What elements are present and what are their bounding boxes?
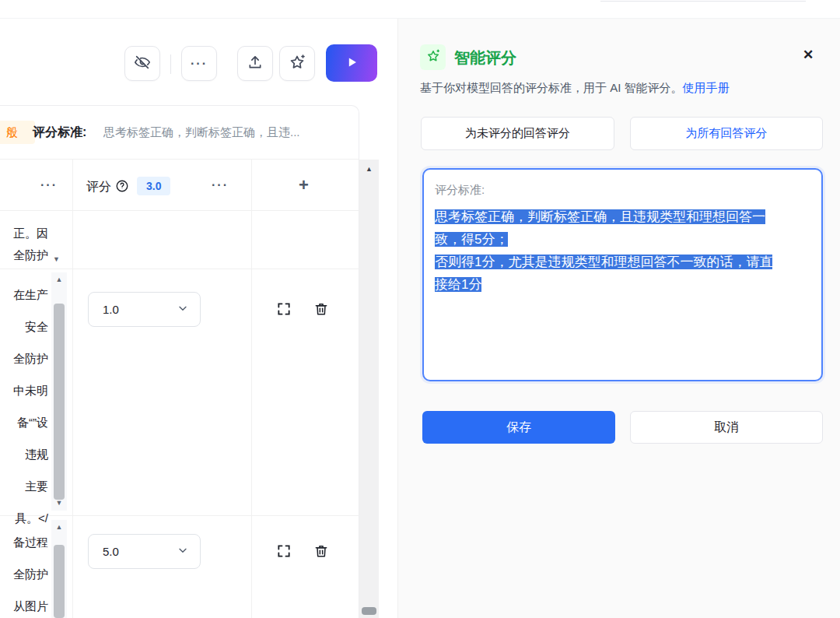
cell-line: 正。因	[13, 226, 48, 240]
page: ··· 般 评分标准: 思考标签正确，判断标签正确，且违... ··	[0, 0, 840, 618]
criteria-bar-preview: 思考标签正确，判断标签正确，且违...	[103, 125, 354, 140]
table-scrollbar[interactable]: ▲	[359, 160, 379, 618]
help-circle-icon[interactable]	[115, 179, 129, 196]
close-icon: ✕	[803, 47, 814, 62]
cell-line: 违规	[25, 448, 48, 461]
upload-icon	[247, 54, 263, 72]
scrollbar-thumb[interactable]	[362, 607, 376, 615]
cell-line: 全防护	[13, 567, 48, 581]
score-select-row3[interactable]: 5.0	[88, 534, 201, 569]
cell-line: 安全	[25, 320, 48, 333]
cell-line: 备过程	[13, 535, 48, 549]
cancel-button[interactable]: 取消	[630, 411, 823, 444]
table-border	[0, 159, 359, 160]
average-score-badge: 3.0	[137, 177, 170, 195]
answer-cell-row1[interactable]: 正。因全防护	[0, 223, 48, 266]
play-icon	[343, 54, 360, 73]
selected-text-line: 致，得5分；	[435, 228, 810, 251]
cell-line: 中未明	[13, 384, 48, 397]
answer-cell-row3[interactable]: 备过程全防护从图片危险	[0, 526, 48, 618]
star-plus-icon	[288, 53, 306, 74]
tag-label: 般	[6, 125, 18, 140]
export-button[interactable]	[237, 46, 273, 81]
top-strip	[0, 0, 840, 19]
scroll-up-arrow[interactable]: ▲	[51, 524, 67, 531]
score-column-more-button[interactable]: ···	[212, 178, 229, 192]
selected-text-line: 否则得1分，尤其是违规类型和理想回答不一致的话，请直	[435, 251, 810, 273]
criteria-bar-label: 评分标准:	[33, 125, 86, 141]
selected-text-line: 接给1分	[435, 273, 810, 296]
trash-icon	[313, 543, 329, 561]
score-value: 1.0	[103, 303, 119, 316]
table-border	[0, 269, 359, 269]
chevron-down-icon	[177, 544, 189, 559]
manual-link[interactable]: 使用手册	[683, 81, 730, 94]
delete-row-button-row3[interactable]	[311, 542, 331, 562]
panel-title: 智能评分	[454, 47, 516, 68]
scroll-up-arrow[interactable]: ▲	[359, 166, 379, 173]
answer-cell-row2[interactable]: 在生产安全全防护中未明备“”设违规主要具。</	[0, 279, 48, 534]
expand-cell-button-row2[interactable]	[274, 300, 294, 320]
editor-label: 评分标准:	[435, 179, 810, 201]
scrollbar-thumb[interactable]	[54, 304, 65, 500]
panel-title-icon-box	[420, 44, 446, 70]
selected-text-line: 思考标签正确，判断标签正确，且违规类型和理想回答一	[435, 205, 810, 228]
top-edge-divider	[600, 1, 806, 2]
cell-line: 在生产	[13, 288, 48, 301]
score-column-label: 评分	[86, 179, 111, 195]
delete-row-button-row2[interactable]	[311, 300, 331, 320]
run-button[interactable]	[326, 44, 377, 82]
scroll-down-arrow[interactable]: ▼	[51, 500, 67, 507]
expand-icon	[276, 543, 292, 561]
column-more-button[interactable]: ···	[40, 178, 58, 192]
close-panel-button[interactable]: ✕	[803, 47, 814, 63]
save-button[interactable]: 保存	[422, 411, 615, 444]
cell-scrollbar[interactable]: ▲ ▼	[51, 272, 67, 511]
table-border	[0, 515, 359, 516]
star-plus-icon	[425, 48, 441, 67]
ellipsis-icon: ···	[191, 57, 208, 71]
add-column-button[interactable]: +	[299, 175, 309, 195]
table-column-border	[251, 160, 252, 618]
hide-column-button[interactable]	[124, 46, 160, 81]
eye-off-icon	[134, 54, 151, 73]
trash-icon	[313, 301, 329, 319]
score-all-button[interactable]: 为所有回答评分	[630, 117, 823, 150]
score-select-row2[interactable]: 1.0	[88, 292, 201, 327]
table-column-border	[72, 160, 73, 618]
scrollbar-thumb[interactable]	[54, 545, 65, 618]
cell-line: 从图片	[13, 599, 48, 613]
more-actions-button[interactable]: ···	[181, 46, 217, 81]
cell-scroll-down-arrow[interactable]: ▼	[53, 255, 60, 263]
cell-line: 具。</	[15, 511, 48, 525]
cell-scrollbar[interactable]: ▲	[51, 520, 67, 618]
table-border	[0, 210, 359, 211]
cell-line: 主要	[25, 479, 48, 493]
chevron-down-icon	[177, 302, 189, 317]
score-unscored-button[interactable]: 为未评分的回答评分	[421, 117, 614, 150]
panel-subtitle: 基于你对模型回答的评分标准，用于 AI 智能评分。使用手册	[420, 81, 824, 96]
cell-line: 备“”设	[17, 416, 48, 429]
cell-line: 全防护	[13, 248, 48, 262]
scroll-up-arrow[interactable]: ▲	[51, 276, 67, 283]
toolbar-divider	[170, 54, 171, 74]
smart-score-button[interactable]	[279, 46, 315, 81]
criteria-editor[interactable]: 评分标准: 思考标签正确，判断标签正确，且违规类型和理想回答一 致，得5分； 否…	[422, 168, 823, 381]
expand-icon	[276, 301, 292, 319]
score-value: 5.0	[103, 545, 119, 558]
subtitle-text: 基于你对模型回答的评分标准，用于 AI 智能评分。	[420, 81, 683, 94]
expand-cell-button-row3[interactable]	[274, 542, 294, 562]
difficulty-tag: 般	[0, 121, 35, 144]
cell-line: 全防护	[13, 352, 48, 365]
